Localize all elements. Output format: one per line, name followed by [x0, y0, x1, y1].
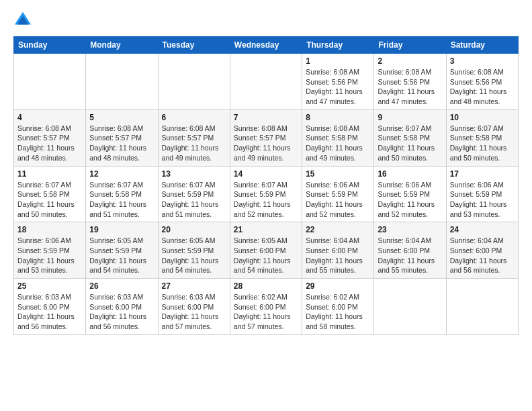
day-info: Sunrise: 6:07 AM Sunset: 5:58 PM Dayligh… [89, 180, 154, 220]
day-number: 16 [378, 169, 442, 179]
day-number: 8 [306, 113, 370, 122]
day-info: Sunrise: 6:08 AM Sunset: 5:56 PM Dayligh… [450, 67, 515, 107]
day-number: 15 [306, 169, 370, 179]
day-info: Sunrise: 6:08 AM Sunset: 5:56 PM Dayligh… [306, 67, 370, 107]
day-number: 22 [306, 225, 370, 234]
day-number: 4 [17, 113, 82, 122]
calendar-cell: 14Sunrise: 6:07 AM Sunset: 5:59 PM Dayli… [230, 166, 302, 222]
day-info: Sunrise: 6:02 AM Sunset: 6:00 PM Dayligh… [234, 292, 298, 332]
day-number: 1 [306, 56, 370, 66]
day-info: Sunrise: 6:07 AM Sunset: 5:59 PM Dayligh… [162, 180, 226, 220]
day-number: 6 [162, 113, 226, 122]
weekday-header: Monday [86, 37, 158, 54]
calendar-cell: 17Sunrise: 6:06 AM Sunset: 5:59 PM Dayli… [446, 166, 518, 222]
calendar-cell: 22Sunrise: 6:04 AM Sunset: 6:00 PM Dayli… [302, 222, 374, 279]
day-info: Sunrise: 6:06 AM Sunset: 5:59 PM Dayligh… [306, 180, 370, 220]
calendar-cell [446, 279, 518, 335]
calendar-cell: 12Sunrise: 6:07 AM Sunset: 5:58 PM Dayli… [86, 166, 158, 222]
day-info: Sunrise: 6:07 AM Sunset: 5:58 PM Dayligh… [378, 124, 442, 163]
calendar-cell: 9Sunrise: 6:07 AM Sunset: 5:58 PM Daylig… [374, 109, 446, 166]
weekday-header: Friday [374, 37, 446, 54]
weekday-header: Sunday [14, 37, 86, 54]
day-info: Sunrise: 6:07 AM Sunset: 5:58 PM Dayligh… [450, 124, 515, 163]
calendar-cell: 5Sunrise: 6:08 AM Sunset: 5:57 PM Daylig… [86, 109, 158, 166]
day-number: 7 [234, 113, 298, 122]
calendar-cell: 27Sunrise: 6:03 AM Sunset: 6:00 PM Dayli… [158, 279, 230, 335]
weekday-header: Thursday [302, 37, 374, 54]
day-info: Sunrise: 6:08 AM Sunset: 5:57 PM Dayligh… [162, 124, 226, 163]
day-info: Sunrise: 6:06 AM Sunset: 5:59 PM Dayligh… [17, 236, 82, 275]
day-info: Sunrise: 6:08 AM Sunset: 5:57 PM Dayligh… [234, 124, 298, 163]
calendar-cell: 3Sunrise: 6:08 AM Sunset: 5:56 PM Daylig… [446, 54, 518, 110]
calendar-cell: 8Sunrise: 6:08 AM Sunset: 5:58 PM Daylig… [302, 109, 374, 166]
day-number: 21 [234, 225, 298, 234]
day-number: 28 [234, 281, 298, 291]
calendar-cell: 11Sunrise: 6:07 AM Sunset: 5:58 PM Dayli… [14, 166, 86, 222]
day-number: 5 [89, 113, 154, 122]
day-info: Sunrise: 6:06 AM Sunset: 5:59 PM Dayligh… [450, 180, 515, 220]
day-info: Sunrise: 6:08 AM Sunset: 5:56 PM Dayligh… [378, 67, 442, 107]
day-number: 27 [162, 281, 226, 291]
day-info: Sunrise: 6:05 AM Sunset: 5:59 PM Dayligh… [162, 236, 226, 275]
day-info: Sunrise: 6:03 AM Sunset: 6:00 PM Dayligh… [162, 292, 226, 332]
day-number: 25 [17, 281, 82, 291]
day-number: 3 [450, 56, 515, 66]
day-info: Sunrise: 6:08 AM Sunset: 5:57 PM Dayligh… [17, 124, 82, 163]
calendar-week-row: 1Sunrise: 6:08 AM Sunset: 5:56 PM Daylig… [14, 54, 519, 110]
calendar-cell [86, 54, 158, 110]
calendar-cell: 13Sunrise: 6:07 AM Sunset: 5:59 PM Dayli… [158, 166, 230, 222]
day-number: 13 [162, 169, 226, 179]
calendar-week-row: 18Sunrise: 6:06 AM Sunset: 5:59 PM Dayli… [14, 222, 519, 279]
day-info: Sunrise: 6:04 AM Sunset: 6:00 PM Dayligh… [306, 236, 370, 275]
day-info: Sunrise: 6:08 AM Sunset: 5:57 PM Dayligh… [89, 124, 154, 163]
calendar-week-row: 11Sunrise: 6:07 AM Sunset: 5:58 PM Dayli… [14, 166, 519, 222]
calendar-cell: 26Sunrise: 6:03 AM Sunset: 6:00 PM Dayli… [86, 279, 158, 335]
day-info: Sunrise: 6:06 AM Sunset: 5:59 PM Dayligh… [378, 180, 442, 220]
calendar-cell: 16Sunrise: 6:06 AM Sunset: 5:59 PM Dayli… [374, 166, 446, 222]
day-number: 9 [378, 113, 442, 122]
calendar-cell: 21Sunrise: 6:05 AM Sunset: 6:00 PM Dayli… [230, 222, 302, 279]
day-info: Sunrise: 6:07 AM Sunset: 5:59 PM Dayligh… [234, 180, 298, 220]
day-number: 26 [89, 281, 154, 291]
calendar-cell: 2Sunrise: 6:08 AM Sunset: 5:56 PM Daylig… [374, 54, 446, 110]
day-number: 20 [162, 225, 226, 234]
day-number: 2 [378, 56, 442, 66]
day-info: Sunrise: 6:03 AM Sunset: 6:00 PM Dayligh… [89, 292, 154, 332]
weekday-header: Saturday [446, 37, 518, 54]
calendar-cell [230, 54, 302, 110]
calendar-cell: 25Sunrise: 6:03 AM Sunset: 6:00 PM Dayli… [14, 279, 86, 335]
day-info: Sunrise: 6:07 AM Sunset: 5:58 PM Dayligh… [17, 180, 82, 220]
day-info: Sunrise: 6:03 AM Sunset: 6:00 PM Dayligh… [17, 292, 82, 332]
day-number: 12 [89, 169, 154, 179]
calendar-cell: 23Sunrise: 6:04 AM Sunset: 6:00 PM Dayli… [374, 222, 446, 279]
calendar-cell: 10Sunrise: 6:07 AM Sunset: 5:58 PM Dayli… [446, 109, 518, 166]
calendar-cell: 24Sunrise: 6:04 AM Sunset: 6:00 PM Dayli… [446, 222, 518, 279]
calendar-table: SundayMondayTuesdayWednesdayThursdayFrid… [13, 36, 519, 335]
calendar-week-row: 25Sunrise: 6:03 AM Sunset: 6:00 PM Dayli… [14, 279, 519, 335]
weekday-header: Wednesday [230, 37, 302, 54]
page-header [13, 11, 519, 30]
calendar-cell [374, 279, 446, 335]
calendar-cell: 6Sunrise: 6:08 AM Sunset: 5:57 PM Daylig… [158, 109, 230, 166]
day-info: Sunrise: 6:05 AM Sunset: 5:59 PM Dayligh… [89, 236, 154, 275]
calendar-header-row: SundayMondayTuesdayWednesdayThursdayFrid… [14, 37, 519, 54]
day-number: 29 [306, 281, 370, 291]
logo-icon [13, 11, 32, 30]
calendar-cell [14, 54, 86, 110]
day-info: Sunrise: 6:04 AM Sunset: 6:00 PM Dayligh… [450, 236, 515, 275]
day-number: 17 [450, 169, 515, 179]
day-number: 23 [378, 225, 442, 234]
day-number: 11 [17, 169, 82, 179]
calendar-cell [158, 54, 230, 110]
logo [13, 11, 35, 30]
day-info: Sunrise: 6:02 AM Sunset: 6:00 PM Dayligh… [306, 292, 370, 332]
day-info: Sunrise: 6:05 AM Sunset: 6:00 PM Dayligh… [234, 236, 298, 275]
day-number: 24 [450, 225, 515, 234]
calendar-cell: 28Sunrise: 6:02 AM Sunset: 6:00 PM Dayli… [230, 279, 302, 335]
calendar-cell: 4Sunrise: 6:08 AM Sunset: 5:57 PM Daylig… [14, 109, 86, 166]
day-number: 10 [450, 113, 515, 122]
calendar-cell: 29Sunrise: 6:02 AM Sunset: 6:00 PM Dayli… [302, 279, 374, 335]
calendar-cell: 18Sunrise: 6:06 AM Sunset: 5:59 PM Dayli… [14, 222, 86, 279]
calendar-cell: 1Sunrise: 6:08 AM Sunset: 5:56 PM Daylig… [302, 54, 374, 110]
day-info: Sunrise: 6:08 AM Sunset: 5:58 PM Dayligh… [306, 124, 370, 163]
